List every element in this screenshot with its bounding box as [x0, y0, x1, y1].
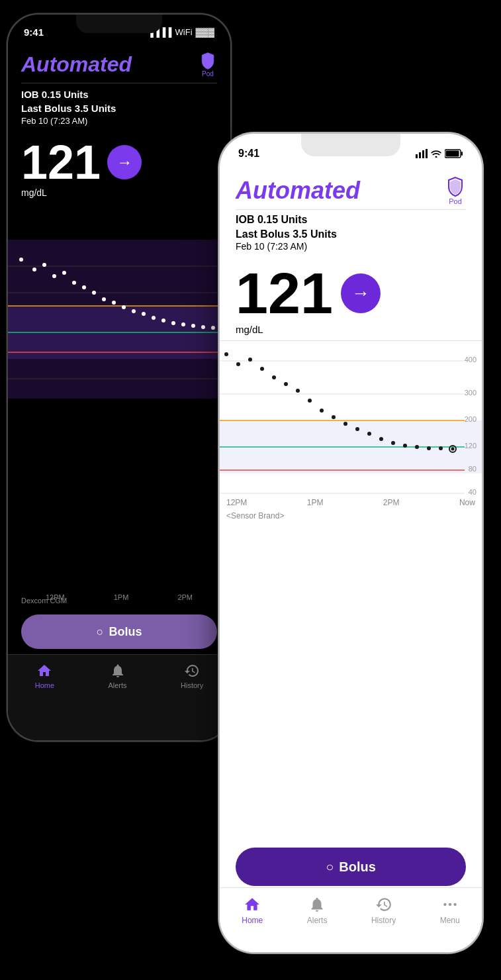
nav-history-front[interactable]: History	[371, 896, 396, 925]
bell-icon-front	[308, 896, 326, 913]
front-glucose-value: 121	[236, 264, 333, 322]
svg-point-66	[427, 446, 431, 450]
bolus-label-front: Bolus	[339, 859, 376, 875]
front-iob: IOB 0.15 Units	[236, 214, 466, 226]
battery-icon: ▓▓▓	[196, 27, 214, 37]
svg-point-52	[260, 367, 264, 371]
front-arrow-icon: →	[351, 283, 370, 304]
svg-point-14	[62, 271, 66, 275]
pod-icon-front[interactable]: Pod	[445, 176, 466, 205]
y-300-front: 300	[465, 389, 477, 397]
phone-front: 9:41	[218, 132, 483, 954]
svg-point-18	[102, 297, 106, 301]
bolus-button-back[interactable]: ○ Bolus	[21, 614, 217, 649]
front-header: Automated Pod	[236, 173, 466, 205]
svg-point-10	[19, 258, 23, 262]
svg-point-61	[367, 432, 371, 436]
nav-alerts-front[interactable]: Alerts	[307, 896, 328, 925]
nav-alerts-label-back: Alerts	[108, 681, 126, 689]
svg-point-21	[132, 309, 136, 313]
back-mgdl: mg/dL	[21, 187, 217, 198]
svg-point-64	[403, 444, 407, 448]
svg-point-53	[272, 375, 276, 379]
sensor-brand-front: <Sensor Brand>	[226, 511, 284, 520]
nav-alerts-back[interactable]: Alerts	[108, 663, 126, 689]
svg-point-11	[32, 268, 36, 271]
svg-point-24	[161, 318, 165, 322]
bolus-icon-front: ○	[326, 859, 334, 875]
bottom-nav-back: Home Alerts History	[8, 654, 230, 740]
svg-point-69	[451, 448, 455, 451]
back-bolus-info: Last Bolus 3.5 Units Feb 10 (7:23 AM)	[21, 103, 217, 126]
time-1pm-front: 1PM	[307, 498, 324, 507]
time-1pm-back: 1PM	[114, 593, 129, 601]
time-axis-front: 12PM 1PM 2PM Now	[226, 498, 475, 507]
svg-point-58	[332, 415, 336, 419]
svg-point-28	[201, 325, 205, 329]
svg-point-17	[92, 291, 96, 295]
front-arrow-circle: →	[341, 273, 381, 313]
nav-history-back[interactable]: History	[181, 663, 203, 689]
front-bolus-date: Feb 10 (7:23 AM)	[236, 241, 307, 252]
y-40-front: 40	[469, 488, 477, 496]
svg-point-65	[415, 445, 419, 449]
back-bolus-label: Last Bolus 3.5 Units	[21, 103, 116, 114]
notch-back	[76, 15, 162, 33]
svg-point-56	[308, 399, 312, 403]
nav-menu-front[interactable]: Menu	[440, 896, 460, 925]
svg-point-29	[211, 326, 215, 330]
front-content: Automated Pod IOB 0.15 Units Last Bolus …	[220, 167, 482, 952]
nav-home-back[interactable]: Home	[35, 663, 54, 689]
back-glucose-value: 121	[21, 138, 101, 186]
time-12pm-front: 12PM	[226, 498, 247, 507]
home-icon-front	[244, 896, 261, 913]
divider-back	[21, 83, 217, 83]
back-glucose-row: 121 →	[21, 138, 217, 186]
back-iob: IOB 0.15 Units	[21, 89, 217, 100]
back-bolus-date: Feb 10 (7:23 AM)	[21, 116, 87, 126]
history-icon-front	[375, 896, 392, 913]
status-time-front: 9:41	[238, 148, 259, 160]
y-400-front: 400	[465, 356, 477, 364]
svg-point-71	[449, 903, 451, 906]
svg-rect-37	[461, 152, 463, 156]
status-time-back: 9:41	[24, 26, 44, 38]
front-bolus-info: Last Bolus 3.5 Units Feb 10 (7:23 AM)	[236, 228, 466, 252]
bottom-nav-front: Home Alerts History Menu	[220, 887, 482, 952]
wifi-icon: WiFi	[175, 27, 193, 37]
svg-point-20	[122, 305, 126, 309]
back-mode-title: Automated	[21, 52, 132, 77]
time-2pm-front: 2PM	[383, 498, 400, 507]
bolus-label-back: Bolus	[109, 625, 142, 639]
nav-home-label-front: Home	[242, 916, 263, 925]
svg-point-72	[453, 903, 456, 906]
time-2pm-back: 2PM	[177, 593, 193, 601]
signal-icon-front	[416, 149, 428, 158]
sensor-brand-back: Dexcom CGM	[21, 597, 67, 605]
wifi-icon-front	[431, 150, 441, 158]
nav-menu-label-front: Menu	[440, 916, 460, 925]
svg-point-13	[52, 274, 56, 278]
bolus-button-front[interactable]: ○ Bolus	[236, 848, 466, 886]
pod-label-back: Pod	[202, 70, 214, 77]
svg-rect-34	[426, 149, 428, 158]
svg-point-23	[152, 316, 156, 320]
y-80-front: 80	[469, 465, 477, 473]
svg-rect-32	[419, 152, 421, 158]
time-now-front: Now	[459, 498, 475, 507]
nav-history-label-front: History	[371, 916, 396, 925]
phone-back: 9:41 ▐▐▐▐ WiFi ▓▓▓ Automated Pod IOB 0.1…	[7, 13, 232, 742]
svg-point-26	[181, 322, 185, 326]
svg-point-55	[296, 389, 300, 393]
front-mode-title: Automated	[236, 177, 360, 205]
svg-point-15	[72, 281, 76, 285]
notch-front	[301, 134, 400, 156]
svg-point-27	[191, 324, 195, 328]
back-arrow-icon: →	[116, 153, 132, 172]
pod-icon-back[interactable]: Pod	[199, 52, 217, 77]
svg-point-51	[248, 358, 252, 362]
nav-home-front[interactable]: Home	[242, 896, 263, 925]
y-120-front: 120	[465, 442, 477, 450]
back-arrow-circle: →	[107, 145, 142, 179]
chart-front: 400 300 200 120 80 40 12PM 1PM 2PM Now <…	[220, 340, 482, 526]
